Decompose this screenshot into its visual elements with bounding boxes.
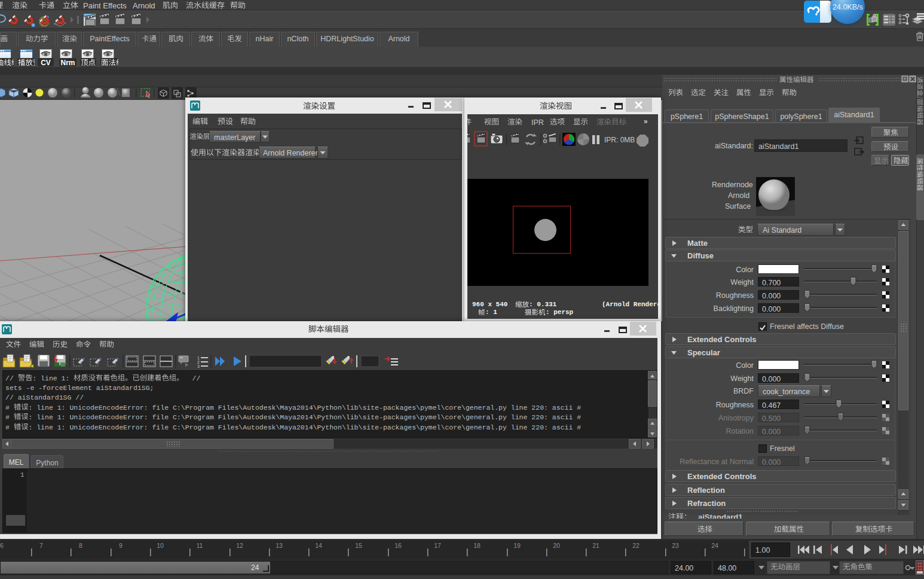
svg-text:23: 23 — [672, 542, 679, 549]
svg-text:21: 21 — [592, 542, 599, 549]
svg-text:1: 1 — [197, 356, 200, 360]
svg-text:15: 15 — [355, 542, 362, 549]
svg-text:13: 13 — [276, 542, 283, 549]
svg-text:20: 20 — [553, 542, 560, 549]
svg-text:3: 3 — [197, 364, 200, 368]
svg-text:11: 11 — [197, 542, 203, 549]
svg-text:24: 24 — [711, 542, 718, 549]
svg-text:8: 8 — [79, 542, 82, 549]
svg-text:17: 17 — [434, 542, 441, 549]
svg-text:22: 22 — [632, 542, 640, 549]
svg-text:10: 10 — [157, 542, 164, 549]
svg-text:14: 14 — [315, 542, 322, 549]
svg-text:9: 9 — [119, 542, 123, 549]
svg-text:16: 16 — [394, 542, 402, 549]
svg-text:12: 12 — [236, 542, 243, 549]
svg-text:7: 7 — [39, 542, 43, 549]
svg-text:6: 6 — [0, 542, 4, 549]
svg-text:18: 18 — [473, 542, 481, 549]
svg-text:2: 2 — [197, 360, 200, 364]
svg-text:19: 19 — [513, 542, 521, 549]
